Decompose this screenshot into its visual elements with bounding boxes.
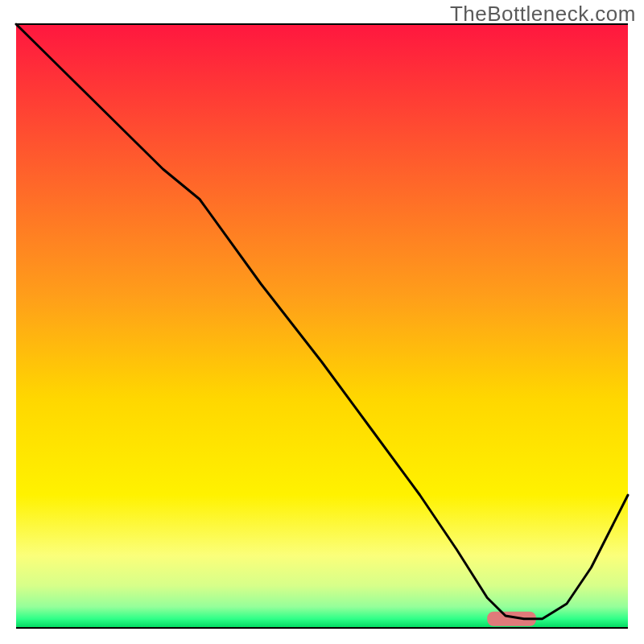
chart-frame: TheBottleneck.com [0, 0, 644, 644]
bottleneck-chart [0, 0, 644, 644]
